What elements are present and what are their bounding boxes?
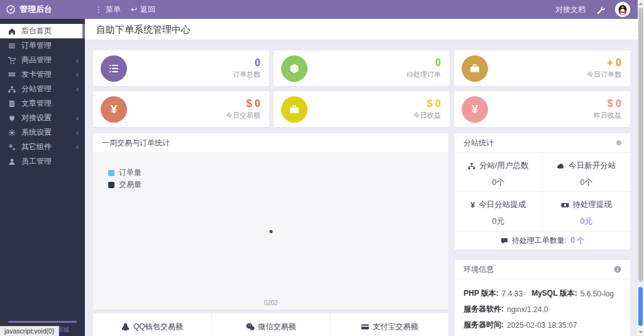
legend-label: 交易量 — [119, 179, 142, 190]
stat-card-total-orders: 0 订单总数 — [93, 50, 269, 86]
legend-swatch-volume — [108, 182, 114, 188]
qq-icon — [121, 323, 130, 331]
main-area: 自助下单系统管理中心 0 订单总数 0 待处理订单 — [85, 19, 638, 336]
sidebar-item-label: 员工管理 — [21, 156, 52, 167]
pay-label-text: 微信交易额 — [258, 322, 296, 332]
chart-x-tick: 0202 — [264, 300, 277, 306]
card-icon — [361, 323, 369, 331]
branch-cell-label: 待处理提现 — [573, 199, 613, 210]
sidebar-item-branches[interactable]: 分站管理 ‹ — [0, 82, 85, 96]
scrollbar-thumb[interactable] — [638, 8, 643, 282]
scroll-down-arrow-icon[interactable] — [639, 331, 643, 333]
tickets-count: 0 个 — [570, 235, 584, 246]
cloud-icon — [557, 162, 565, 170]
sidebar-menu: 后台首页 订单管理 商品管理 ‹ 发卡管理 ‹ 分站管理 ‹ 文章管理 对接设置 — [0, 24, 85, 169]
sitemap-icon — [468, 162, 475, 170]
sidebar-item-label: 商品管理 — [21, 55, 52, 65]
branch-cell-value: 0元 — [455, 216, 542, 227]
sidebar-item-label: 发卡管理 — [21, 69, 52, 80]
branch-cell-value: 0个 — [455, 177, 542, 188]
qq-penguin-icon — [616, 3, 630, 16]
user-icon — [8, 158, 16, 165]
gear-icon — [8, 129, 16, 137]
wrench-icon[interactable] — [596, 5, 605, 14]
chevron-left-icon: ‹ — [76, 114, 79, 122]
briefcase-icon — [281, 96, 308, 123]
stat-card-pending-orders: 0 待处理订单 — [274, 50, 450, 86]
sidebar-item-label: 其它组件 — [21, 142, 52, 152]
briefcase-icon — [462, 55, 488, 82]
brand-logo-icon — [6, 5, 15, 14]
env-value: 5.6.50-log — [580, 289, 614, 298]
sidebar-item-home[interactable]: 后台首页 — [0, 24, 85, 38]
branch-cell-label: 今日分站提成 — [479, 199, 526, 210]
stat-value: $ 0 — [594, 98, 621, 109]
list-icon — [8, 42, 16, 50]
menu-dots-icon: ⋮ — [95, 6, 103, 13]
book-icon — [8, 100, 16, 108]
page-title: 自助下单系统管理中心 — [85, 19, 638, 40]
env-panel-title: 环境信息 — [464, 264, 494, 275]
stat-value: 0 — [406, 57, 441, 69]
sidebar-item-cards[interactable]: 发卡管理 ‹ — [0, 67, 85, 82]
branch-panel-title: 分站统计 — [464, 138, 494, 148]
user-avatar[interactable] — [615, 2, 630, 17]
pay-label-text: QQ钱包交易额 — [133, 322, 183, 332]
sidebar-item-label: 后台首页 — [21, 26, 52, 36]
sidebar-item-components[interactable]: 其它组件 ‹ — [0, 140, 85, 154]
pay-col-wechat: 微信交易额 0元 — [211, 313, 330, 336]
weekly-chart-panel: 一周交易与订单统计 订单量 交易量 — [93, 133, 448, 310]
topbar: 管理后台 ⋮ 菜单 ↩ 返回 对接文档 — [0, 0, 638, 19]
env-row-time: 服务器时间: 2025-02-03 18:35:07 — [464, 317, 621, 333]
sidebar-item-staff[interactable]: 员工管理 — [0, 154, 85, 169]
comment-icon — [501, 237, 508, 245]
plug-icon — [8, 115, 16, 122]
sidebar-item-settings[interactable]: 系统设置 ‹ — [0, 125, 85, 140]
legend-swatch-orders — [108, 170, 114, 176]
chevron-left-icon: ‹ — [76, 85, 79, 93]
yen-icon: ¥ — [101, 96, 127, 123]
stat-card-today-volume: ¥ $ 0 今日交易额 — [93, 91, 269, 127]
legend-item-volume[interactable]: 交易量 — [108, 179, 142, 191]
branch-cell-withdrawals: 待处理提现 0元 — [543, 192, 631, 231]
sidebar-item-products[interactable]: 商品管理 ‹ — [0, 53, 85, 67]
branch-stats-panel: 分站统计 分站/用户总数 0个 — [455, 133, 630, 250]
chevron-left-icon: ‹ — [76, 56, 79, 64]
back-link[interactable]: ↩ 返回 — [131, 4, 155, 15]
env-row-server: 服务器软件: nginx/1.24.0 — [464, 301, 621, 317]
yen-icon: ¥ — [462, 96, 488, 123]
pay-col-alipay: 支付宝交易额 0元 — [330, 313, 448, 336]
sitemap-icon — [8, 86, 16, 93]
branch-cell-label: 今日新开分站 — [569, 160, 616, 171]
stat-label: 昨日收益 — [594, 111, 621, 120]
sidebar-item-label: 对接设置 — [21, 113, 52, 123]
docs-link[interactable]: 对接文档 — [555, 4, 586, 15]
env-row-php-mysql: PHP 版本: 7.4.33 MySQL 版本: 5.6.50-log — [464, 286, 621, 301]
pay-col-qq: QQ钱包交易额 0元 — [93, 313, 211, 336]
status-dot-icon — [616, 140, 621, 145]
back-link-label: 返回 — [140, 4, 155, 15]
banknote-icon — [561, 201, 569, 209]
scroll-up-arrow-icon[interactable] — [639, 3, 643, 5]
pay-label-text: 支付宝交易额 — [373, 322, 418, 332]
chart-data-point — [269, 230, 272, 233]
sidebar-item-label: 订单管理 — [21, 40, 52, 51]
app-brand[interactable]: 管理后台 — [0, 4, 85, 15]
branch-cell-commission: ¥ 今日分站提成 0元 — [455, 192, 543, 231]
floating-widget-button[interactable] — [638, 287, 643, 326]
legend-item-orders[interactable]: 订单量 — [108, 167, 142, 179]
sidebar-item-orders[interactable]: 订单管理 — [0, 38, 85, 53]
sidebar-item-articles[interactable]: 文章管理 — [0, 96, 85, 111]
env-key: 服务器时间: — [464, 320, 504, 330]
sidebar-item-label: 文章管理 — [21, 98, 52, 109]
sidebar-item-label: 系统设置 — [21, 127, 52, 138]
home-icon — [8, 28, 16, 35]
menu-toggle[interactable]: ⋮ 菜单 — [95, 4, 121, 15]
stat-value: + 0 — [587, 57, 621, 69]
browser-scrollbar[interactable] — [638, 0, 644, 336]
env-info-panel: 环境信息 PHP 版本: 7.4.33 MySQL 版本: 5.6.50-log — [455, 260, 630, 336]
stat-card-yesterday-profit: ¥ $ 0 昨日收益 — [454, 91, 630, 127]
stat-label: 待处理订单 — [406, 70, 441, 79]
env-key: MySQL 版本: — [531, 288, 577, 299]
sidebar-item-api[interactable]: 对接设置 ‹ — [0, 111, 85, 125]
